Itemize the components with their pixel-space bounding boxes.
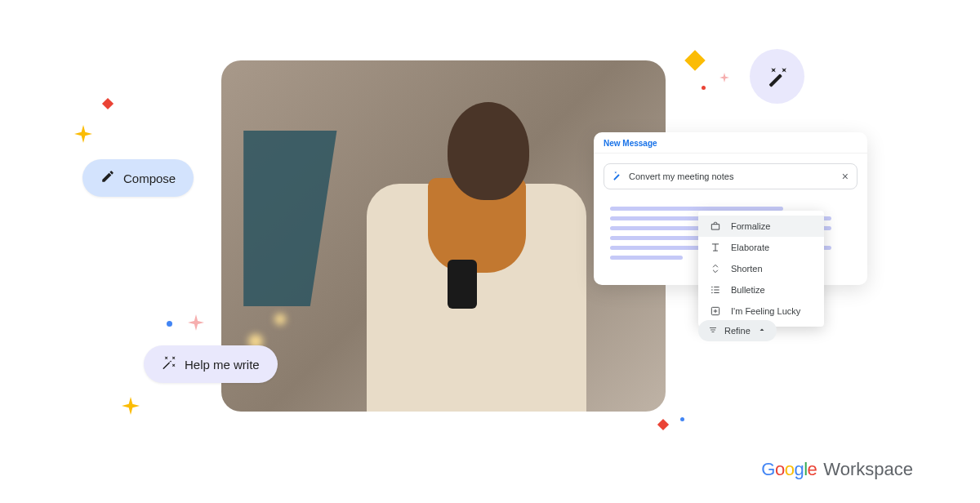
dropdown-item-lucky[interactable]: I'm Feeling Lucky: [698, 300, 824, 322]
dropdown-label: Formalize: [731, 221, 770, 231]
svg-point-0: [711, 287, 712, 287]
dropdown-item-shorten[interactable]: Shorten: [698, 258, 824, 279]
lucky-icon: [710, 305, 721, 317]
tune-icon: [708, 325, 718, 336]
dot-icon: [680, 417, 684, 421]
refine-dropdown: Formalize Elaborate Shorten Bulletize I'…: [698, 211, 824, 327]
magic-wand-icon: [612, 171, 622, 182]
diamond-icon: [684, 50, 705, 70]
dot-icon: [702, 86, 706, 90]
workspace-word: Workspace: [823, 459, 913, 480]
diamond-icon: [102, 98, 114, 109]
expand-text-icon: [710, 242, 721, 253]
help-me-write-label: Help me write: [185, 358, 260, 372]
panel-header: New Message: [594, 132, 867, 154]
compose-button[interactable]: Compose: [82, 159, 194, 197]
dropdown-item-bulletize[interactable]: Bulletize: [698, 279, 824, 300]
refine-button[interactable]: Refine: [698, 320, 777, 341]
help-me-write-button[interactable]: Help me write: [144, 345, 278, 383]
dropdown-label: Bulletize: [731, 285, 765, 295]
compose-label: Compose: [123, 171, 176, 185]
dropdown-label: I'm Feeling Lucky: [731, 306, 800, 316]
sparkle-icon: [74, 125, 92, 143]
prompt-input[interactable]: Convert my meeting notes ×: [604, 163, 858, 189]
sparkle-icon: [719, 73, 729, 82]
brand-logo: Google Workspace: [761, 459, 913, 480]
refine-label: Refine: [724, 326, 751, 336]
google-logo: Google: [761, 459, 817, 480]
dropdown-item-formalize[interactable]: Formalize: [698, 216, 824, 237]
dot-icon: [167, 321, 172, 327]
close-icon[interactable]: ×: [842, 171, 849, 182]
pencil-icon: [100, 169, 115, 187]
bullet-list-icon: [710, 284, 721, 296]
sparkle-icon: [188, 314, 204, 331]
magic-badge: [750, 49, 804, 104]
diamond-icon: [657, 419, 669, 430]
chevron-up-icon: [757, 325, 767, 336]
prompt-text: Convert my meeting notes: [629, 171, 733, 181]
placeholder-line: [610, 256, 683, 260]
shorten-icon: [710, 263, 721, 274]
svg-point-2: [711, 292, 712, 293]
sparkle-icon: [122, 397, 140, 415]
dropdown-label: Elaborate: [731, 243, 769, 252]
dropdown-item-elaborate[interactable]: Elaborate: [698, 237, 824, 258]
briefcase-icon: [710, 220, 721, 232]
dropdown-label: Shorten: [731, 264, 763, 274]
magic-wand-icon: [162, 355, 176, 373]
svg-point-1: [711, 289, 712, 290]
